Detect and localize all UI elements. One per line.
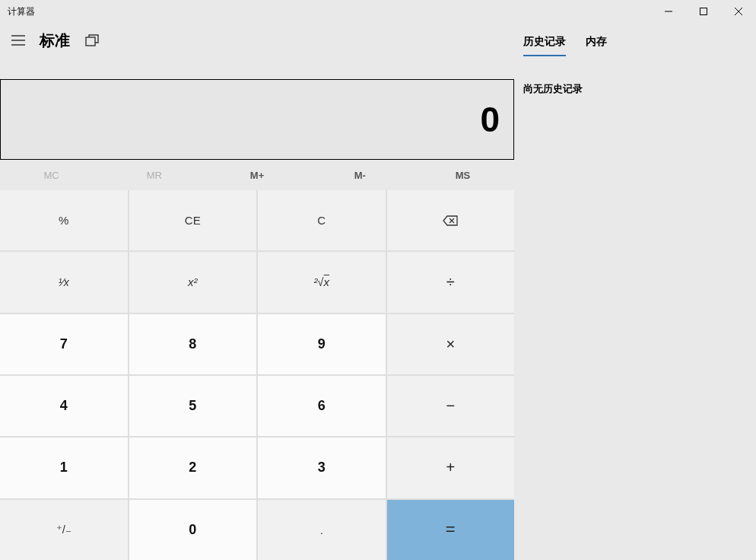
side-panel: 历史记录 内存 尚无历史记录	[514, 23, 756, 560]
window-controls	[651, 0, 756, 23]
digit-7-button[interactable]: 7	[0, 314, 128, 374]
negate-button[interactable]: ⁺/₋	[0, 500, 128, 560]
plus-button[interactable]: +	[387, 438, 515, 498]
percent-button[interactable]: %	[0, 190, 128, 250]
digit-2-button[interactable]: 2	[129, 438, 257, 498]
divide-button[interactable]: ÷	[387, 252, 515, 312]
side-tabs: 历史记录 内存	[523, 35, 747, 56]
minimize-icon	[665, 8, 672, 15]
digit-6-button[interactable]: 6	[258, 376, 386, 436]
square-button[interactable]: x²	[129, 252, 257, 312]
digit-4-button[interactable]: 4	[0, 376, 128, 436]
equals-button[interactable]: =	[387, 500, 515, 560]
digit-0-button[interactable]: 0	[129, 500, 257, 560]
menu-button[interactable]	[3, 25, 33, 56]
titlebar: 计算器	[0, 0, 756, 23]
history-empty-text: 尚无历史记录	[523, 82, 747, 96]
memory-recall-button[interactable]: MR	[103, 170, 205, 181]
sqrt-label: ²√x	[313, 275, 329, 288]
memory-clear-button[interactable]: MC	[0, 170, 103, 181]
memory-store-button[interactable]: MS	[411, 170, 514, 181]
main-panel: 标准 0 MC MR M+ M- MS % CE	[0, 23, 514, 560]
digit-5-button[interactable]: 5	[129, 376, 257, 436]
tab-memory[interactable]: 内存	[586, 35, 607, 56]
memory-minus-button[interactable]: M-	[309, 170, 411, 181]
digit-3-button[interactable]: 3	[258, 438, 386, 498]
toolbar: 标准	[0, 23, 514, 58]
digit-1-button[interactable]: 1	[0, 438, 128, 498]
always-on-top-button[interactable]	[79, 28, 105, 52]
content-area: 标准 0 MC MR M+ M- MS % CE	[0, 23, 756, 560]
digit-9-button[interactable]: 9	[258, 314, 386, 374]
sqrt-button[interactable]: ²√x	[258, 252, 386, 312]
result-display: 0	[0, 79, 514, 160]
close-button[interactable]	[721, 0, 756, 23]
backspace-button[interactable]	[387, 190, 515, 250]
digit-8-button[interactable]: 8	[129, 314, 257, 374]
maximize-icon	[700, 8, 707, 15]
tab-history[interactable]: 历史记录	[523, 35, 566, 56]
window-title: 计算器	[8, 5, 35, 18]
result-value: 0	[480, 99, 500, 140]
backspace-icon	[443, 215, 458, 226]
reciprocal-label: ¹⁄x	[59, 276, 69, 288]
hamburger-icon	[11, 35, 25, 46]
app-window: 计算器 标准	[0, 0, 756, 560]
close-icon	[735, 8, 742, 15]
minus-button[interactable]: −	[387, 376, 515, 436]
mode-title: 标准	[40, 30, 70, 51]
maximize-button[interactable]	[686, 0, 721, 23]
memory-row: MC MR M+ M- MS	[0, 160, 514, 190]
memory-plus-button[interactable]: M+	[205, 170, 308, 181]
multiply-button[interactable]: ×	[387, 314, 515, 374]
svg-rect-1	[700, 8, 707, 15]
svg-rect-7	[86, 37, 95, 46]
keypad: % CE C ¹⁄x x² ²√x ÷ 7 8 9 × 4 5	[0, 190, 514, 560]
clear-button[interactable]: C	[258, 190, 386, 250]
clear-entry-button[interactable]: CE	[129, 190, 257, 250]
decimal-button[interactable]: .	[258, 500, 386, 560]
always-on-top-icon	[85, 34, 99, 46]
reciprocal-button[interactable]: ¹⁄x	[0, 252, 128, 312]
square-label: x²	[188, 275, 198, 288]
minimize-button[interactable]	[651, 0, 686, 23]
